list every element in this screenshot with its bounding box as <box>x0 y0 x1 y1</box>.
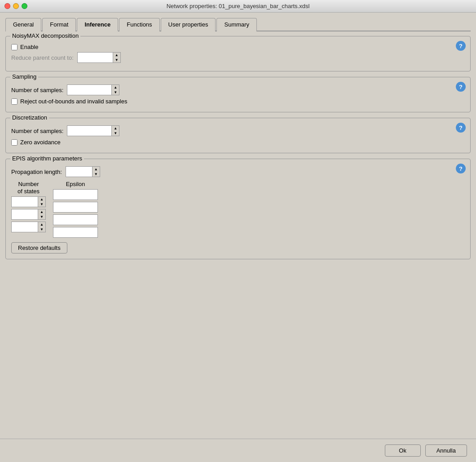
noisymax-enable-row: Enable <box>11 44 465 50</box>
epis-group: EPIS algorithm parameters ? Propagation … <box>5 159 471 259</box>
epis-help-button[interactable]: ? <box>456 164 466 173</box>
epis-epsilon-values: 0.006 0.0001 5e-05 5e-05 <box>53 189 98 238</box>
noisymax-reduce-down[interactable]: ▼ <box>113 58 120 62</box>
window-controls[interactable] <box>4 3 27 9</box>
noisymax-reduce-label: Reduce parent count to: <box>11 54 74 61</box>
epis-state-2-up[interactable]: ▲ <box>38 222 45 227</box>
sampling-inner: Number of samples: 10000 ▲ ▼ Reject out-… <box>11 84 465 105</box>
sampling-num-spinner: 10000 ▲ ▼ <box>67 84 119 95</box>
sampling-num-down[interactable]: ▼ <box>112 90 119 95</box>
epis-state-1-down[interactable]: ▼ <box>38 214 45 219</box>
epis-epsilon-0-input[interactable]: 0.006 <box>53 189 98 200</box>
epis-state-1-btns: ▲ ▼ <box>38 209 46 220</box>
sampling-group: Sampling ? Number of samples: 10000 ▲ ▼ … <box>5 77 471 112</box>
discretization-title: Discretization <box>10 114 49 121</box>
epis-state-1-input[interactable]: 8 <box>11 209 38 220</box>
discretization-zero-label: Zero avoidance <box>20 139 61 146</box>
epis-propagation-down[interactable]: ▼ <box>93 172 100 177</box>
discretization-inner: Number of samples: 10000 ▲ ▼ Zero avoida… <box>11 125 465 146</box>
noisymax-title: NoisyMAX decomposition <box>10 32 80 39</box>
epis-propagation-label: Propagation length: <box>11 169 62 175</box>
sampling-num-up[interactable]: ▲ <box>112 85 119 90</box>
close-button[interactable] <box>4 3 10 9</box>
epis-state-0-btns: ▲ ▼ <box>38 196 46 207</box>
restore-defaults-button[interactable]: Restore defaults <box>11 242 67 253</box>
maximize-button[interactable] <box>22 3 27 9</box>
sampling-reject-label: Reject out-of-bounds and invalid samples <box>20 98 127 105</box>
epis-epsilon-2-input[interactable]: 5e-05 <box>53 214 98 225</box>
annulla-button[interactable]: Annulla <box>425 444 467 457</box>
noisymax-reduce-spinner-buttons: ▲ ▼ <box>113 52 121 63</box>
discretization-zero-row: Zero avoidance <box>11 139 465 146</box>
tab-functions[interactable]: Functions <box>119 18 159 31</box>
epis-state-0-input[interactable]: 5 <box>11 196 38 207</box>
discretization-num-spinner-buttons: ▲ ▼ <box>112 125 119 136</box>
sampling-num-spinner-buttons: ▲ ▼ <box>112 84 119 95</box>
epis-state-2-down[interactable]: ▼ <box>38 227 45 232</box>
epis-state-2-input[interactable]: 20 <box>11 222 38 232</box>
ok-button[interactable]: Ok <box>385 444 421 457</box>
epis-title: EPIS algorithm parameters <box>10 155 84 162</box>
noisymax-reduce-input[interactable]: 4 <box>77 52 113 63</box>
epis-states-column: Number of states 5 ▲ ▼ 8 <box>11 181 46 238</box>
discretization-num-down[interactable]: ▼ <box>112 131 119 136</box>
minimize-button[interactable] <box>13 3 19 9</box>
epis-state-0-spinner: 5 ▲ ▼ <box>11 196 46 207</box>
epis-columns: Number of states 5 ▲ ▼ 8 <box>11 181 465 238</box>
bottom-bar: Ok Annulla <box>0 439 476 462</box>
epis-states-values: 5 ▲ ▼ 8 ▲ ▼ <box>11 196 46 232</box>
epis-state-1-spinner: 8 ▲ ▼ <box>11 209 46 220</box>
noisymax-inner: Enable Reduce parent count to: 4 ▲ ▼ <box>11 44 465 63</box>
discretization-num-row: Number of samples: 10000 ▲ ▼ <box>11 125 465 136</box>
tab-user-properties[interactable]: User properties <box>161 18 216 31</box>
title-bar: Network properties: 01_pure_bayesian_bar… <box>0 0 476 13</box>
discretization-num-label: Number of samples: <box>11 128 63 134</box>
epis-state-2-spinner: 20 ▲ ▼ <box>11 222 46 232</box>
epis-state-0-down[interactable]: ▼ <box>38 202 45 207</box>
sampling-reject-row: Reject out-of-bounds and invalid samples <box>11 98 465 105</box>
window-title: Network properties: 01_pure_bayesian_bar… <box>167 3 310 9</box>
tab-format[interactable]: Format <box>42 18 76 31</box>
tab-bar: General Format Inference Functions User … <box>5 17 471 31</box>
epis-epsilon-header: Epsilon <box>53 181 98 187</box>
discretization-num-input[interactable]: 10000 <box>67 125 112 136</box>
epis-state-1-up[interactable]: ▲ <box>38 209 45 214</box>
sampling-title: Sampling <box>10 73 38 80</box>
epis-epsilon-1-input[interactable]: 0.0001 <box>53 202 98 213</box>
epis-states-header: Number of states <box>11 181 46 195</box>
sampling-num-row: Number of samples: 10000 ▲ ▼ <box>11 84 465 95</box>
noisymax-reduce-row: Reduce parent count to: 4 ▲ ▼ <box>11 52 465 63</box>
sampling-num-label: Number of samples: <box>11 87 63 93</box>
tab-summary[interactable]: Summary <box>216 18 257 31</box>
epis-state-2-btns: ▲ ▼ <box>38 222 46 232</box>
epis-propagation-up[interactable]: ▲ <box>93 167 100 172</box>
epis-state-0-up[interactable]: ▲ <box>38 197 45 202</box>
noisymax-enable-checkbox[interactable] <box>11 44 18 50</box>
discretization-help-button[interactable]: ? <box>456 123 466 133</box>
epis-propagation-spinner: 5 ▲ ▼ <box>66 166 100 177</box>
discretization-zero-checkbox[interactable] <box>11 139 18 146</box>
discretization-num-up[interactable]: ▲ <box>112 126 119 131</box>
epis-epsilon-3-input[interactable]: 5e-05 <box>53 227 98 238</box>
epis-propagation-row: Propagation length: 5 ▲ ▼ <box>11 166 465 177</box>
epis-propagation-input[interactable]: 5 <box>66 166 93 177</box>
epis-propagation-spinner-buttons: ▲ ▼ <box>93 166 100 177</box>
epis-inner: Propagation length: 5 ▲ ▼ Number of stat… <box>11 166 465 253</box>
discretization-num-spinner: 10000 ▲ ▼ <box>67 125 119 136</box>
discretization-group: Discretization ? Number of samples: 1000… <box>5 118 471 153</box>
noisymax-help-button[interactable]: ? <box>456 41 466 51</box>
noisymax-reduce-up[interactable]: ▲ <box>113 53 120 58</box>
tab-general[interactable]: General <box>5 18 41 31</box>
tab-inference[interactable]: Inference <box>77 18 118 31</box>
sampling-num-input[interactable]: 10000 <box>67 84 112 95</box>
sampling-reject-checkbox[interactable] <box>11 98 18 105</box>
window-content: General Format Inference Functions User … <box>0 13 476 462</box>
noisymax-enable-label: Enable <box>20 44 38 50</box>
noisymax-group: NoisyMAX decomposition ? Enable Reduce p… <box>5 36 471 71</box>
noisymax-reduce-spinner: 4 ▲ ▼ <box>77 52 121 63</box>
sampling-help-button[interactable]: ? <box>456 82 466 92</box>
epis-epsilon-column: Epsilon 0.006 0.0001 5e-05 5e-05 <box>53 181 98 238</box>
